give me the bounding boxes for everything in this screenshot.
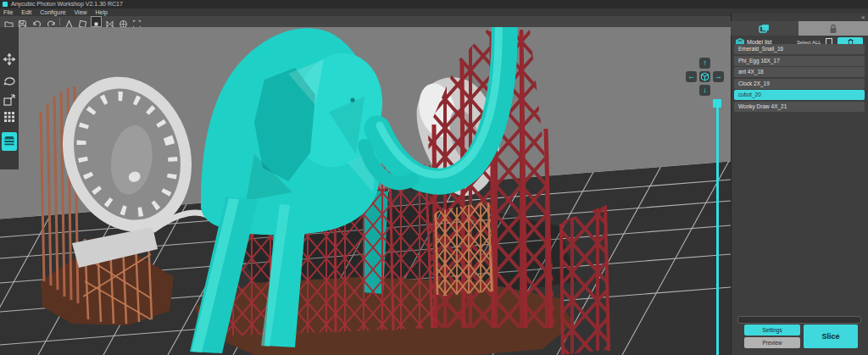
language-globe-icon[interactable] (119, 17, 128, 26)
list-item[interactable]: ant 4X_18 (734, 67, 865, 77)
toolbar-separator (59, 18, 60, 25)
panel-close-icon[interactable]: × (859, 14, 867, 21)
save-icon[interactable] (18, 17, 27, 26)
list-item[interactable]: Wonky Draw 4X_21 (734, 102, 865, 112)
list-item[interactable]: Phi_Egg 16X_17 (734, 56, 865, 66)
main-toolbar (0, 16, 731, 27)
settings-button[interactable]: Settings (744, 324, 800, 336)
menu-help[interactable]: Help (92, 8, 111, 16)
scene-canvas[interactable] (0, 27, 731, 355)
title-bar: Anycubic Photon Workshop V2.1.30 RC17 (0, 0, 868, 8)
nav-left-button[interactable]: ← (686, 71, 697, 82)
menu-configure[interactable]: Configure (36, 8, 69, 16)
lock-icon (829, 24, 837, 34)
layer-slider-track[interactable] (716, 102, 719, 355)
nav-home-button[interactable] (699, 71, 710, 82)
tab-model-list[interactable] (731, 21, 798, 36)
rotate-tool-icon[interactable] (3, 73, 16, 86)
layers-icon (759, 24, 771, 34)
preview-button[interactable]: Preview (744, 337, 800, 348)
left-toolbar (0, 27, 19, 169)
nav-down-button[interactable]: ↓ (699, 85, 710, 96)
window-title: Anycubic Photon Workshop V2.1.30 RC17 (11, 0, 123, 8)
view-nav-pad: ↑ ← → ↓ (683, 58, 727, 97)
fit-view-icon[interactable] (132, 17, 142, 26)
active-tool-icon[interactable] (92, 17, 101, 26)
menu-view[interactable]: View (71, 8, 91, 16)
layer-slider-handle-top[interactable] (713, 99, 721, 108)
nav-right-button[interactable]: → (713, 71, 724, 82)
viewport-3d[interactable]: ↑ ← → ↓ (0, 27, 731, 355)
array-tool-icon[interactable] (3, 110, 16, 124)
nav-up-button[interactable]: ↑ (699, 58, 710, 69)
redo-icon[interactable] (47, 17, 56, 26)
menu-edit[interactable]: Edit (18, 8, 35, 16)
app-logo-icon (3, 2, 8, 7)
list-item[interactable]: Clock 2X_19 (734, 79, 865, 89)
rotate-platform-icon[interactable] (78, 17, 87, 26)
move-tool-icon[interactable] (3, 53, 16, 66)
undo-icon[interactable] (32, 17, 42, 26)
mirror-icon[interactable] (105, 17, 114, 26)
tab-lock[interactable] (798, 21, 868, 36)
list-item[interactable]: Emerald_Snail_16 (734, 44, 865, 54)
add-support-icon[interactable] (64, 17, 74, 26)
slice-button[interactable]: Slice (804, 324, 858, 348)
orange-supports-mid[interactable] (434, 201, 493, 297)
panel-progress-field (737, 316, 861, 324)
open-file-icon[interactable] (4, 17, 14, 26)
scale-tool-icon[interactable] (3, 93, 16, 107)
support-tool-icon[interactable] (2, 132, 17, 151)
list-item-selected[interactable]: cubot_20 (734, 90, 865, 100)
menu-file[interactable]: File (0, 8, 16, 16)
